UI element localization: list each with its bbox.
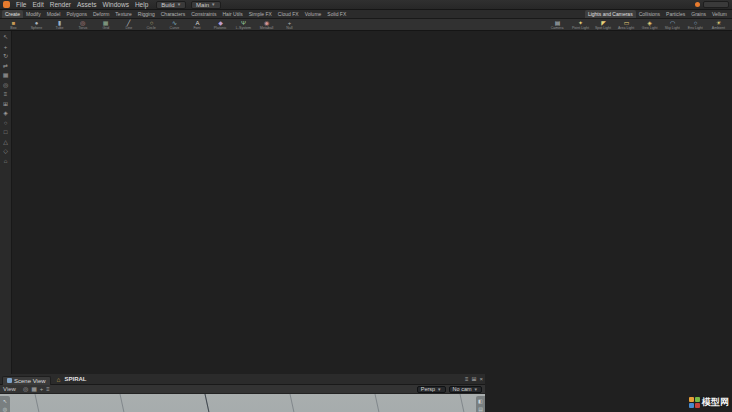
label: Cloud FX xyxy=(278,11,299,17)
pane-control-icon[interactable]: × xyxy=(479,376,483,382)
shelf-tab[interactable]: Constraints xyxy=(188,10,219,18)
torus-tool[interactable]: ◎Torus xyxy=(71,19,94,31)
shelf-tab[interactable]: Modify xyxy=(23,10,44,18)
menu[interactable]: Render xyxy=(47,1,74,8)
font-tool[interactable]: AFont xyxy=(186,19,209,31)
perspective-view-button[interactable]: Persp▼ xyxy=(417,386,446,393)
shelf-tab[interactable]: Particles xyxy=(663,10,688,18)
tab-scene-view[interactable]: Scene View xyxy=(2,376,51,385)
viewport-canvas[interactable]: ↖◎+⇄▦○□◈≡△ ◧▤◫▣◻▥▨◍○□▵◼ xyxy=(0,394,485,412)
view-menu[interactable]: View xyxy=(3,386,16,392)
shelf-tools-right: ▤Camera✦Point Light◤Spot Light▭Area Ligh… xyxy=(546,19,730,31)
select-tool[interactable]: ↖ xyxy=(3,34,8,40)
shelf-tab[interactable]: Deform xyxy=(90,10,112,18)
pane-control-icon[interactable]: ⊞ xyxy=(471,376,476,382)
label: File xyxy=(16,1,26,8)
label: Grains xyxy=(691,11,706,17)
viewport-tool-icon[interactable]: ◎ xyxy=(23,386,28,392)
shelf-tabs-left: CreateModifyModelPolygonsDeformTextureRi… xyxy=(2,10,349,18)
area-light-tool[interactable]: ▭Area Light xyxy=(615,19,638,31)
label: Sphere xyxy=(31,26,43,30)
menu[interactable]: Edit xyxy=(29,1,46,8)
plus-grid[interactable]: ⊞ xyxy=(3,101,8,107)
circle-tool[interactable]: ○ xyxy=(4,120,8,126)
home-tool[interactable]: ⌂ xyxy=(4,158,8,164)
label: Area Light xyxy=(618,26,634,30)
shelf-tab[interactable]: Grains xyxy=(688,10,709,18)
watermark: 模型网 xyxy=(689,396,729,409)
point-light-tool[interactable]: ✦Point Light xyxy=(569,19,592,31)
shelf-tab[interactable]: Create xyxy=(2,10,23,18)
label: Line xyxy=(125,26,132,30)
metaball-tool[interactable]: ◉Metaball xyxy=(255,19,278,31)
viewport-tool-icon[interactable]: + xyxy=(40,386,44,392)
label: Model xyxy=(47,11,61,17)
swap-tool[interactable]: ⇄ xyxy=(3,63,8,69)
label: Vellum xyxy=(712,11,727,17)
pane-control-icon[interactable]: ≡ xyxy=(465,376,469,382)
grid-tool[interactable]: ▦Grid xyxy=(94,19,117,31)
sky-light-tool[interactable]: ◠Sky Light xyxy=(661,19,684,31)
shelf-tab[interactable]: Rigging xyxy=(135,10,158,18)
viewport-display-icon[interactable]: ▤ xyxy=(478,407,483,412)
shelf-tab[interactable]: Cloud FX xyxy=(275,10,302,18)
label: Curve xyxy=(170,26,180,30)
menu[interactable]: Assets xyxy=(74,1,100,8)
menu[interactable]: Help xyxy=(132,1,151,8)
shelfset-selector[interactable]: Main▼ xyxy=(191,1,220,9)
line-tool[interactable]: ╱Line xyxy=(117,19,140,31)
curve-tool[interactable]: ∿Curve xyxy=(163,19,186,31)
tube-tool[interactable]: ▮Tube xyxy=(48,19,71,31)
shelf-tab[interactable]: Vellum xyxy=(709,10,730,18)
label: Render xyxy=(50,1,71,8)
spot-light-tool[interactable]: ◤Spot Light xyxy=(592,19,615,31)
lsystem-tool[interactable]: ΨL-System xyxy=(232,19,255,31)
camera-tool[interactable]: ▤Camera xyxy=(546,19,569,31)
grid-snap[interactable]: ▦ xyxy=(3,72,9,78)
shelf-tab[interactable]: Simple FX xyxy=(246,10,275,18)
viewport-display-icon[interactable]: ◧ xyxy=(478,399,483,404)
shelf-tab[interactable]: Model xyxy=(44,10,64,18)
sphere-tool[interactable]: ●Sphere xyxy=(25,19,48,31)
viewport-side-tool-icon[interactable]: ↖ xyxy=(3,399,7,404)
circle-tool[interactable]: ○Circle xyxy=(140,19,163,31)
platonic-tool[interactable]: ◆Platonic xyxy=(209,19,232,31)
diamond-tool[interactable]: ◈ xyxy=(3,110,8,116)
home-icon[interactable]: ⌂ xyxy=(57,376,61,383)
box-tool[interactable]: ■Box xyxy=(2,19,25,31)
shelf-tab[interactable]: Lights and Cameras xyxy=(585,10,636,18)
rotate-tool[interactable]: ↻ xyxy=(3,53,8,59)
desktop-selector[interactable]: Build▼ xyxy=(156,1,186,9)
shelf-tab[interactable]: Texture xyxy=(112,10,134,18)
menubar-right-button[interactable] xyxy=(703,1,729,8)
shelf-tab[interactable]: Volume xyxy=(302,10,325,18)
viewport-tool-icon[interactable]: ≡ xyxy=(46,386,50,392)
camera-select-button[interactable]: No cam▼ xyxy=(449,386,482,393)
ambient-light-tool[interactable]: ☀Ambient xyxy=(707,19,730,31)
target-snap[interactable]: ◎ xyxy=(3,82,8,88)
network-path[interactable]: SPIRAL xyxy=(65,376,87,382)
menu[interactable]: Windows xyxy=(100,1,132,8)
gem-tool[interactable]: ◇ xyxy=(3,148,8,154)
menu[interactable]: File xyxy=(13,1,29,8)
shelf-tab[interactable]: Polygons xyxy=(63,10,90,18)
shelf-tab[interactable]: Collisions xyxy=(636,10,663,18)
shelf-tabs-right: Lights and CamerasCollisionsParticlesGra… xyxy=(585,10,730,18)
triangle-tool[interactable]: △ xyxy=(3,139,8,145)
null-tool[interactable]: +Null xyxy=(278,19,301,31)
label: Box xyxy=(10,26,16,30)
label: Platonic xyxy=(214,26,227,30)
left-toolbox: ↖+↻⇄▦◎≡⊞◈○□△◇⌂ xyxy=(0,31,12,374)
watermark-logo-square xyxy=(689,403,694,408)
list-tool[interactable]: ≡ xyxy=(4,91,8,97)
viewport-side-tool-icon[interactable]: ◎ xyxy=(3,407,7,412)
viewport-tool-icon[interactable]: ▦ xyxy=(31,386,37,392)
viewport-toolbar: View ◎▦+≡ Persp▼ No cam▼ xyxy=(0,385,485,394)
add-tool[interactable]: + xyxy=(4,44,8,50)
geo-light-tool[interactable]: ◈Geo Light xyxy=(638,19,661,31)
square-tool[interactable]: □ xyxy=(4,129,8,135)
env-light-tool[interactable]: ○Env Light xyxy=(684,19,707,31)
shelf-tab[interactable]: Hair Utils xyxy=(219,10,245,18)
shelf-tab[interactable]: Characters xyxy=(158,10,188,18)
shelf-tab[interactable]: Solid FX xyxy=(324,10,349,18)
